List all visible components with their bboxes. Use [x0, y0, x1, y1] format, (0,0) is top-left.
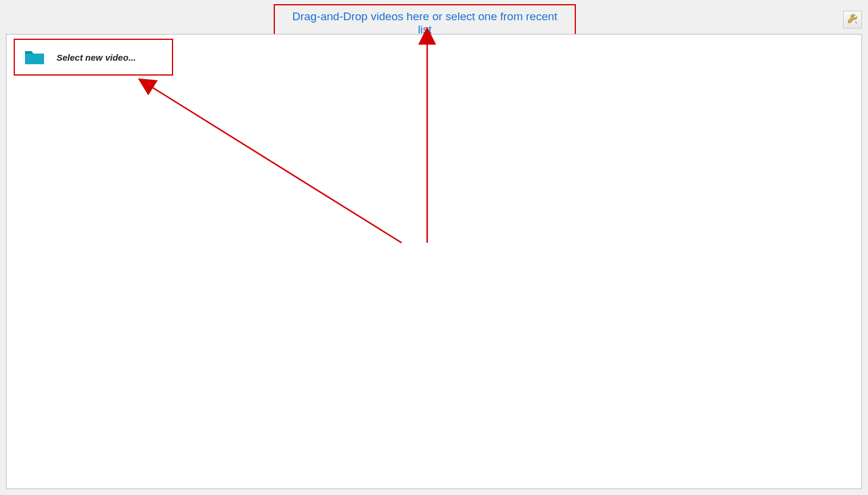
- select-new-video-button[interactable]: Select new video...: [14, 39, 173, 76]
- wrench-icon: [846, 12, 859, 27]
- top-bar: Drag-and-Drop videos here or select one …: [0, 0, 868, 34]
- select-video-label: Select new video...: [57, 52, 136, 62]
- settings-button[interactable]: [843, 11, 862, 29]
- folder-icon: [24, 49, 45, 65]
- main-drop-area[interactable]: Select new video...: [6, 34, 862, 489]
